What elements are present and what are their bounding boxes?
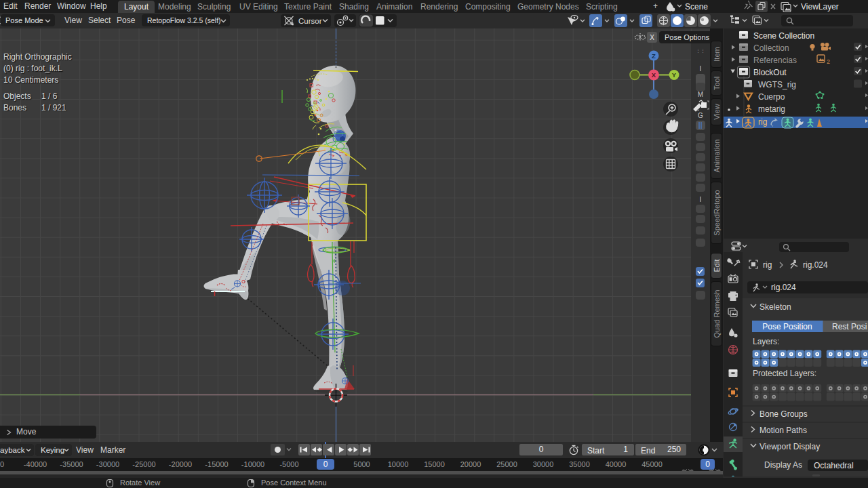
svg-text:Rest Posi: Rest Posi <box>832 322 867 331</box>
svg-text:2: 2 <box>827 58 830 65</box>
svg-text:Layers:: Layers: <box>753 337 779 346</box>
svg-text:Pose Options: Pose Options <box>665 33 710 41</box>
svg-text:Display As: Display As <box>764 460 802 470</box>
svg-text:X: X <box>650 34 654 41</box>
svg-text:Z: Z <box>652 52 656 60</box>
svg-text:I: I <box>700 65 702 73</box>
svg-text:Viewport Display: Viewport Display <box>760 442 820 451</box>
svg-text:Skeleton: Skeleton <box>760 302 791 312</box>
svg-text:Motion Paths: Motion Paths <box>760 426 807 435</box>
svg-text:M: M <box>698 91 703 98</box>
svg-text:Protected Layers:: Protected Layers: <box>753 369 816 378</box>
svg-text:Y: Y <box>672 71 677 79</box>
svg-text:X: X <box>652 71 656 79</box>
svg-text:ViewLayer: ViewLayer <box>801 2 839 12</box>
svg-text:Octahedral: Octahedral <box>814 461 854 470</box>
svg-text:Scene: Scene <box>685 2 708 12</box>
svg-text:Bone Groups: Bone Groups <box>760 409 808 419</box>
svg-text:Pose Position: Pose Position <box>762 322 812 331</box>
svg-text:⋮⋮: ⋮⋮ <box>696 48 705 53</box>
svg-text:I: I <box>700 196 702 203</box>
svg-text:rig: rig <box>763 260 772 270</box>
svg-text:rig.024: rig.024 <box>771 283 796 292</box>
svg-text:G: G <box>698 112 703 119</box>
svg-text:rig.024: rig.024 <box>803 260 828 270</box>
svg-text:Cursor: Cursor <box>298 17 322 25</box>
